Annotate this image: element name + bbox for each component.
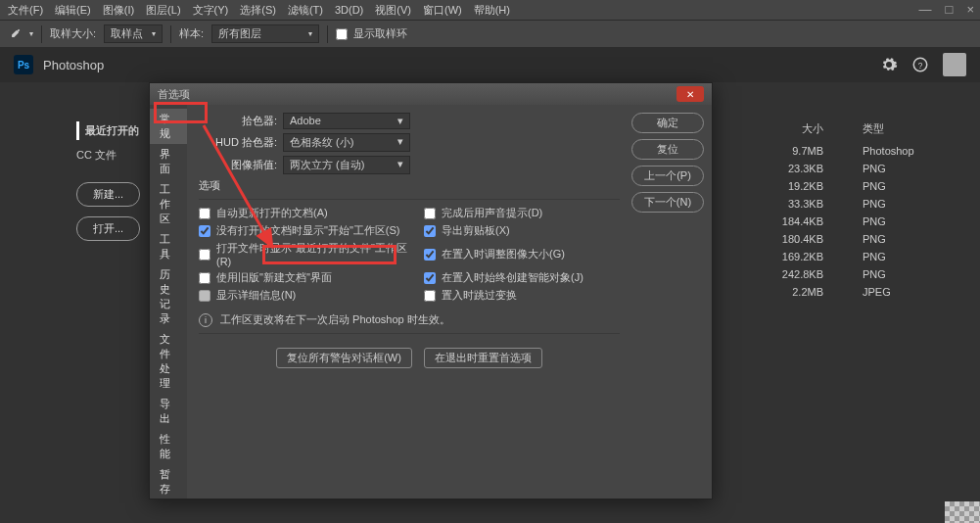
reset-button[interactable]: 复位 xyxy=(631,139,704,160)
cell-type: PNG xyxy=(863,163,951,174)
opt-export-clip[interactable]: 导出剪贴板(X) xyxy=(424,223,620,238)
sample-size-select[interactable]: 取样点▾ xyxy=(104,24,163,43)
picker-label: 拾色器: xyxy=(199,114,277,128)
menu-layer[interactable]: 图层(L) xyxy=(146,3,180,18)
table-row[interactable]: 2.2MBJPEG xyxy=(755,283,951,301)
options-heading: 选项 xyxy=(199,178,620,193)
opt-no-start[interactable]: 没有打开的文档时显示"开始"工作区(S) xyxy=(199,223,414,238)
gear-icon[interactable] xyxy=(880,56,898,73)
prefs-category-item[interactable]: 导出 xyxy=(150,394,187,429)
table-row[interactable]: 184.4KBPNG xyxy=(755,213,951,230)
home-panel: 最近打开的 CC 文件 新建... 打开... xyxy=(76,121,140,251)
opt-show-recent[interactable]: 打开文件时显示"最近打开的文件"工作区(R) xyxy=(199,241,414,267)
opt-show-info: 显示详细信息(N) xyxy=(199,288,414,303)
interp-select[interactable]: 两次立方 (自动)▾ xyxy=(283,156,410,174)
menu-3d[interactable]: 3D(D) xyxy=(335,4,363,16)
prev-button[interactable]: 上一个(P) xyxy=(631,166,704,186)
cell-size: 9.7MB xyxy=(755,145,823,157)
table-row[interactable]: 23.3KBPNG xyxy=(755,160,951,177)
info-text: 工作区更改将在下一次启动 Photoshop 时生效。 xyxy=(220,312,450,327)
preferences-dialog: 首选项 ✕ 常规界面工作区工具历史记录文件处理导出性能暂存盘光标透明度与色域单位… xyxy=(149,82,713,499)
pixelated-corner xyxy=(945,501,980,523)
dialog-close-button[interactable]: ✕ xyxy=(677,86,704,102)
menu-window[interactable]: 窗口(W) xyxy=(423,3,462,18)
cell-size: 180.4KB xyxy=(755,233,823,245)
cell-type: PNG xyxy=(863,233,951,245)
opt-legacy-new[interactable]: 使用旧版"新建文档"界面 xyxy=(199,270,414,285)
menu-bar: 文件(F) 编辑(E) 图像(I) 图层(L) 文字(Y) 选择(S) 滤镜(T… xyxy=(0,0,980,20)
table-row[interactable]: 180.4KBPNG xyxy=(755,230,951,248)
menu-type[interactable]: 文字(Y) xyxy=(193,3,229,18)
opt-beep[interactable]: 完成后用声音提示(D) xyxy=(424,206,620,220)
menu-image[interactable]: 图像(I) xyxy=(103,3,134,18)
close-icon[interactable]: × xyxy=(966,2,974,17)
table-row[interactable]: 19.2KBPNG xyxy=(755,177,951,195)
sample-select[interactable]: 所有图层▾ xyxy=(211,24,319,43)
eyedropper-icon[interactable] xyxy=(8,27,22,41)
menu-help[interactable]: 帮助(H) xyxy=(474,3,510,18)
reset-warnings-button[interactable]: 复位所有警告对话框(W) xyxy=(276,348,412,368)
col-type: 类型 xyxy=(863,121,951,136)
menu-edit[interactable]: 编辑(E) xyxy=(55,3,91,18)
show-ring-checkbox[interactable]: 显示取样环 xyxy=(336,26,407,41)
help-icon[interactable]: ? xyxy=(911,56,929,73)
table-row[interactable]: 9.7MBPhotoshop xyxy=(755,142,951,160)
tab-recent[interactable]: 最近打开的 xyxy=(76,121,140,140)
ps-logo-icon: Ps xyxy=(14,55,33,74)
opt-skip-transform[interactable]: 置入时跳过变换 xyxy=(424,288,620,303)
cell-type: PNG xyxy=(863,198,951,210)
cell-size: 19.2KB xyxy=(755,180,823,192)
cell-type: PNG xyxy=(863,251,951,262)
prefs-category-item[interactable]: 文件处理 xyxy=(150,329,187,394)
table-row[interactable]: 242.8KBPNG xyxy=(755,265,951,283)
sample-size-label: 取样大小: xyxy=(50,26,96,41)
info-icon: i xyxy=(199,313,212,327)
opt-resize-place[interactable]: 在置入时调整图像大小(G) xyxy=(424,241,620,267)
cell-type: JPEG xyxy=(863,286,951,298)
new-button[interactable]: 新建... xyxy=(76,182,140,207)
options-bar: ▾ 取样大小: 取样点▾ 样本: 所有图层▾ 显示取样环 xyxy=(0,20,980,47)
table-row[interactable]: 169.2KBPNG xyxy=(755,248,951,265)
cell-type: Photoshop xyxy=(863,145,951,157)
prefs-category-item[interactable]: 常规 xyxy=(150,109,187,144)
cell-type: PNG xyxy=(863,215,951,227)
menu-filter[interactable]: 滤镜(T) xyxy=(288,3,323,18)
minimize-icon[interactable]: — xyxy=(919,2,932,17)
open-button[interactable]: 打开... xyxy=(76,216,140,241)
recent-files-table: 大小 类型 9.7MBPhotoshop23.3KBPNG19.2KBPNG33… xyxy=(755,121,951,301)
cell-type: PNG xyxy=(863,180,951,192)
svg-text:?: ? xyxy=(918,62,923,71)
prefs-category-item[interactable]: 工作区 xyxy=(150,179,187,229)
cell-size: 242.8KB xyxy=(755,268,823,280)
opt-auto-update[interactable]: 自动更新打开的文档(A) xyxy=(199,206,414,220)
tab-cc-files[interactable]: CC 文件 xyxy=(76,146,140,165)
cell-size: 184.4KB xyxy=(755,215,823,227)
cell-type: PNG xyxy=(863,268,951,280)
hud-label: HUD 拾色器: xyxy=(199,135,277,150)
hud-select[interactable]: 色相条纹 (小)▾ xyxy=(283,133,410,152)
app-title: Photoshop xyxy=(43,58,104,72)
cell-size: 169.2KB xyxy=(755,251,823,262)
cell-size: 2.2MB xyxy=(755,286,823,298)
next-button[interactable]: 下一个(N) xyxy=(631,192,704,213)
picker-select[interactable]: Adobe▾ xyxy=(283,113,410,129)
reset-on-exit-button[interactable]: 在退出时重置首选项 xyxy=(424,348,542,368)
ok-button[interactable]: 确定 xyxy=(631,113,704,133)
menu-view[interactable]: 视图(V) xyxy=(375,3,411,18)
opt-smart-place[interactable]: 在置入时始终创建智能对象(J) xyxy=(424,270,620,285)
menu-file[interactable]: 文件(F) xyxy=(8,3,43,18)
maximize-icon[interactable]: □ xyxy=(946,2,954,17)
prefs-category-item[interactable]: 性能 xyxy=(150,429,187,464)
prefs-category-list: 常规界面工作区工具历史记录文件处理导出性能暂存盘光标透明度与色域单位与标尺参考线… xyxy=(150,105,187,499)
dialog-title: 首选项 xyxy=(158,87,190,102)
prefs-category-item[interactable]: 暂存盘 xyxy=(150,464,187,499)
prefs-category-item[interactable]: 界面 xyxy=(150,144,187,179)
prefs-category-item[interactable]: 工具 xyxy=(150,229,187,264)
cell-size: 23.3KB xyxy=(755,163,823,174)
interp-label: 图像插值: xyxy=(199,158,277,172)
cell-size: 33.3KB xyxy=(755,198,823,210)
user-avatar[interactable] xyxy=(943,53,966,76)
table-row[interactable]: 33.3KBPNG xyxy=(755,195,951,213)
prefs-category-item[interactable]: 历史记录 xyxy=(150,264,187,329)
menu-select[interactable]: 选择(S) xyxy=(240,3,276,18)
